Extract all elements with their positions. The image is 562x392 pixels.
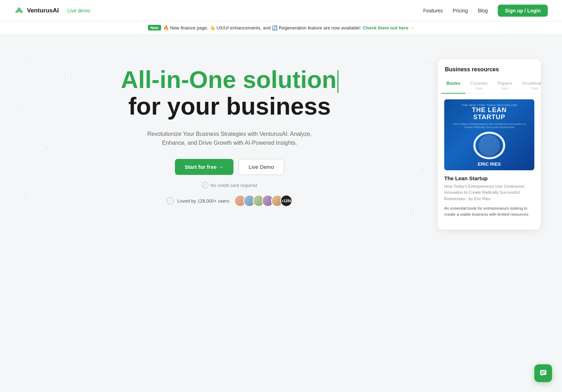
check-circle-icon: ✓ [202,182,208,188]
tab-accelerators[interactable]: Accelerators Soon [517,78,541,94]
nav-pricing-link[interactable]: Pricing [453,8,468,13]
hero-section: All-in-One solution for your business Re… [21,56,438,207]
nav-right: Features Pricing Blog Sign up / Login [423,5,548,17]
book-cover-subtitle: How Today's Entrepreneurs Use Continuous… [453,122,525,129]
book-author: ERIC RIES [478,161,501,167]
chat-button[interactable] [534,364,552,382]
nav-live-demo-link[interactable]: Live demo [67,8,90,13]
tab-books[interactable]: Books [441,78,465,94]
hero-title-line1: All-in-One solution [121,66,338,93]
banner-link[interactable]: Check them out here → [363,25,414,31]
no-credit-note: ✓ No credit card required [202,182,257,188]
logo-text: VenturusAI [27,7,59,14]
logo[interactable]: VenturusAI [14,6,59,16]
navbar: VenturusAI Live demo Features Pricing Bl… [0,0,562,21]
user-avatars: +128k [234,195,292,207]
cursor [337,70,338,93]
book-cover: THE NEW YORK TIMES BESTSELLER THE LEANST… [444,99,534,170]
resources-tabs: Books Courses Soon Papers Soon Accelerat… [438,78,541,94]
banner-text: 🔥 New finance page, 👆 UX/UI enhancements… [163,25,361,31]
main-content: All-in-One solution for your business Re… [0,34,562,230]
logo-icon [14,6,24,16]
svg-rect-2 [541,373,544,374]
tab-courses[interactable]: Courses Soon [465,78,492,94]
announcement-banner: New 🔥 New finance page, 👆 UX/UI enhancem… [0,21,562,34]
book-circle-inner [479,135,500,156]
loved-text: Loved by 128,000+ users [177,198,229,204]
signup-button[interactable]: Sign up / Login [498,5,548,17]
book-card: THE NEW YORK TIMES BESTSELLER THE LEANST… [438,94,541,222]
tab-papers[interactable]: Papers Soon [492,78,517,94]
book-description: How Today's Entrepreneurs Use Continuous… [444,183,534,202]
nav-left: VenturusAI Live demo [14,6,90,16]
book-title: The Lean Startup [444,175,534,181]
new-badge: New [148,25,161,31]
resources-panel: Business resources Books Courses Soon Pa… [438,59,541,230]
book-circle-decoration [473,132,505,159]
hero-title: All-in-One solution for your business [121,66,338,120]
nav-features-link[interactable]: Features [423,8,443,13]
hero-subtitle: Revolutionize Your Business Strategies w… [144,129,315,148]
avatar-count: +128k [280,195,292,207]
start-for-free-button[interactable]: Start for free → [175,159,233,175]
resources-title: Business resources [438,66,541,78]
heart-icon: ♡ [167,197,174,204]
chat-icon [539,369,547,377]
svg-rect-1 [541,371,545,372]
book-cover-title: THE LEANSTARTUP [472,107,507,121]
book-extra-description: An essential book for entrepreneurs look… [444,205,534,218]
hero-title-line2: for your business [121,93,338,120]
social-proof: ♡ Loved by 128,000+ users +128k [167,195,292,207]
nav-blog-link[interactable]: Blog [478,8,488,13]
live-demo-button[interactable]: Live Demo [238,159,285,175]
svg-rect-0 [540,370,546,375]
hero-buttons: Start for free → Live Demo [175,159,285,175]
